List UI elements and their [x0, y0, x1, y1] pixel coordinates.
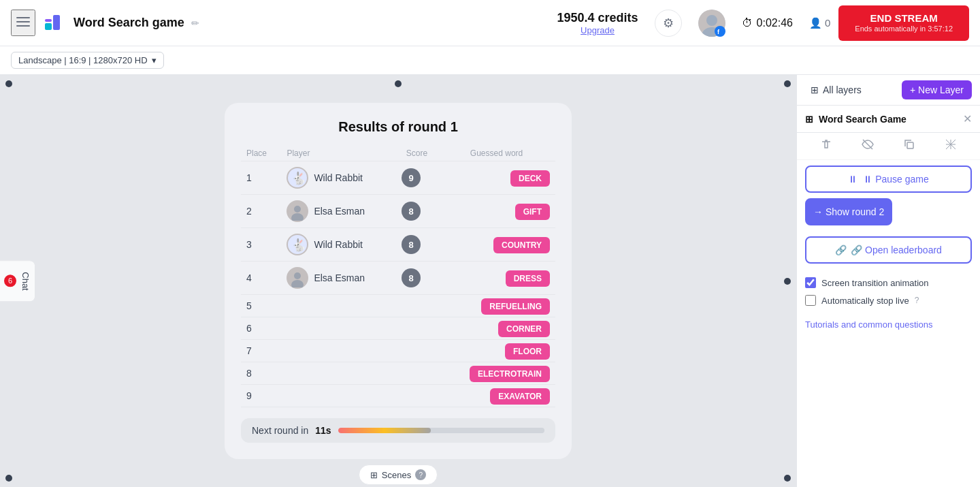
- cell-word: DRESS: [438, 262, 555, 295]
- tool-row: [797, 133, 980, 160]
- chat-tab[interactable]: Chat 6: [0, 260, 35, 302]
- cell-word: DECK: [438, 161, 555, 195]
- handle-tr[interactable]: [784, 80, 791, 87]
- progress-track: [338, 428, 544, 433]
- table-row: 7FLOOR: [241, 340, 555, 362]
- header-left: Word Search game ✏: [11, 10, 549, 37]
- score-badge: 9: [402, 168, 421, 187]
- cell-player: 🐇Wild Rabbit: [281, 228, 396, 262]
- table-row: 4Elsa Esman8DRESS: [241, 262, 555, 295]
- table-row: 3🐇Wild Rabbit8COUNTRY: [241, 228, 555, 262]
- cell-player: 🐇Wild Rabbit: [281, 161, 396, 195]
- table-row: 1🐇Wild Rabbit9DECK: [241, 161, 555, 195]
- handle-tl[interactable]: [5, 80, 12, 87]
- svg-rect-22: [907, 142, 913, 148]
- player-name: Elsa Esman: [314, 272, 365, 283]
- cell-word: GIFT: [438, 195, 555, 228]
- open-leaderboard-button[interactable]: 🔗 🔗 Open leaderboard: [805, 236, 972, 264]
- resize-tool-button[interactable]: [945, 138, 957, 154]
- player-name: Wild Rabbit: [314, 172, 363, 183]
- table-row: 8ELECTROTRAIN: [241, 362, 555, 385]
- auto-stop-help-icon[interactable]: ?: [915, 296, 919, 305]
- auto-stop-checkbox[interactable]: [805, 295, 816, 306]
- next-round-bar: Next round in 11s: [241, 418, 555, 443]
- upgrade-link[interactable]: Upgrade: [557, 25, 638, 35]
- word-badge: EXAVATOR: [490, 388, 550, 405]
- table-row: 6CORNER: [241, 317, 555, 340]
- scenes-button[interactable]: ⊞ Scenes ?: [359, 465, 438, 485]
- cell-score: 8: [396, 195, 438, 228]
- right-panel: ⊞ All layers + New Layer ⊞ Word Search G…: [796, 75, 980, 487]
- scenes-icon: ⊞: [370, 470, 378, 480]
- cell-score: 8: [396, 228, 438, 262]
- screen-transition-label: Screen transition animation: [821, 278, 929, 288]
- svg-rect-6: [45, 19, 52, 22]
- player-avatar: [287, 267, 308, 289]
- player-avatar: 🐇: [287, 234, 308, 255]
- chat-badge: 6: [4, 275, 16, 287]
- copy-tool-button[interactable]: [903, 138, 915, 154]
- link-icon: 🔗: [835, 245, 847, 255]
- svg-rect-1: [16, 21, 30, 22]
- handle-tm[interactable]: [395, 80, 402, 87]
- show-round-button[interactable]: → Show round 2: [805, 198, 892, 225]
- canvas-area: Results of round 1 Place Player Score Gu…: [0, 75, 796, 487]
- hide-tool-button[interactable]: [862, 138, 874, 154]
- panel-title: Word Search Game: [819, 114, 906, 125]
- all-layers-label: All layers: [823, 84, 862, 95]
- word-badge: REFUELLING: [481, 298, 550, 315]
- landscape-label: Landscape | 16:9 | 1280x720 HD: [18, 55, 148, 65]
- progress-fill: [338, 428, 431, 433]
- player-name: Wild Rabbit: [314, 239, 363, 250]
- svg-rect-2: [16, 25, 30, 27]
- svg-text:f: f: [717, 29, 720, 35]
- pause-game-button[interactable]: ⏸ ⏸ Pause game: [805, 166, 972, 193]
- delete-tool-button[interactable]: [820, 138, 832, 154]
- word-badge: DECK: [510, 170, 550, 187]
- chevron-down-icon: ▾: [152, 55, 157, 65]
- landscape-select[interactable]: Landscape | 16:9 | 1280x720 HD ▾: [11, 52, 164, 69]
- player-name: Elsa Esman: [314, 206, 365, 217]
- pause-game-label: ⏸ Pause game: [863, 174, 929, 185]
- edit-icon[interactable]: ✏: [191, 18, 199, 29]
- pause-icon: ⏸: [848, 174, 858, 185]
- cell-score: [396, 340, 438, 362]
- panel-icon: ⊞: [805, 114, 813, 125]
- next-round-label: Next round in: [252, 425, 308, 436]
- cell-word: CORNER: [438, 317, 555, 340]
- cell-player: Elsa Esman: [281, 195, 396, 228]
- panel-close-button[interactable]: ✕: [963, 112, 972, 125]
- cell-player: [281, 362, 396, 385]
- fb-badge: f: [715, 26, 725, 37]
- cell-player: [281, 295, 396, 317]
- new-layer-button[interactable]: + New Layer: [902, 80, 972, 99]
- screen-transition-checkbox[interactable]: [805, 277, 816, 288]
- users-count: 0: [825, 17, 830, 29]
- cell-word: EXAVATOR: [438, 385, 555, 407]
- menu-icon[interactable]: [11, 10, 35, 36]
- panel-title-left: ⊞ Word Search Game: [805, 114, 906, 125]
- svg-rect-4: [45, 23, 52, 30]
- handle-mr[interactable]: [784, 278, 791, 285]
- col-place: Place: [241, 146, 281, 161]
- settings-button[interactable]: ⚙: [655, 10, 682, 37]
- avatar-wrap: f: [698, 10, 725, 37]
- users-icon: 👤: [809, 17, 822, 29]
- table-row: 9EXAVATOR: [241, 385, 555, 407]
- player-avatar: [287, 200, 308, 222]
- word-badge: DRESS: [506, 270, 550, 287]
- users-block: 👤 0: [809, 17, 830, 29]
- layers-icon: ⊞: [811, 84, 819, 95]
- panel-title-row: ⊞ Word Search Game ✕: [797, 106, 980, 133]
- show-round-wrapper: → Show round 2: [805, 198, 972, 225]
- cell-place: 7: [241, 340, 281, 362]
- col-player: Player: [281, 146, 396, 161]
- all-layers-button[interactable]: ⊞ All layers: [805, 80, 867, 99]
- cell-score: 8: [396, 262, 438, 295]
- svg-text:🐇: 🐇: [291, 171, 307, 186]
- checkboxes-section: Screen transition animation Automaticall…: [797, 269, 980, 314]
- end-stream-button[interactable]: END STREAM Ends automatically in 3:57:12: [838, 5, 969, 41]
- tutorials-link[interactable]: Tutorials and common questions: [797, 314, 980, 335]
- game-card: Results of round 1 Place Player Score Gu…: [225, 103, 572, 459]
- credits-amount: 1950.4 credits: [557, 11, 638, 25]
